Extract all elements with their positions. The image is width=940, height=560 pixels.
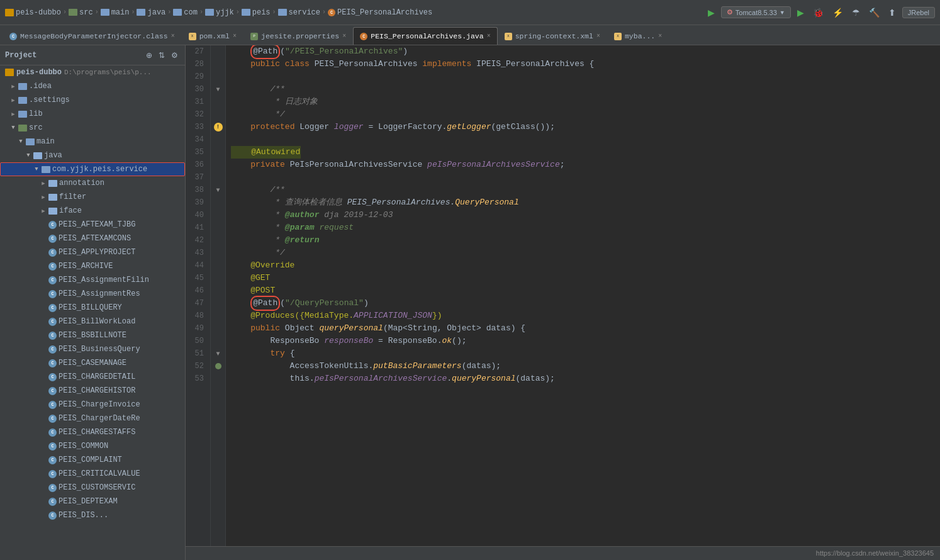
tab-close-1[interactable]: × (233, 33, 237, 40)
tree-item-annotation[interactable]: ▶ annotation (0, 176, 185, 190)
code-line-28: public class PEIS_PersonalArchives imple… (231, 58, 935, 70)
path-annotation-27: @Path (250, 45, 280, 59)
profile-button[interactable]: ⚡ (830, 6, 846, 19)
tree-item-assignmentfilin[interactable]: C PEIS_AssignmentFilin (0, 273, 185, 287)
tree-item-billworkload[interactable]: C PEIS_BillWorkLoad (0, 315, 185, 328)
tab-close-3[interactable]: × (487, 33, 491, 40)
tree-item-main[interactable]: ▼ main (0, 135, 185, 148)
tree-item-aftexamcons[interactable]: C PEIS_AFTEXAMCONS (0, 232, 185, 245)
tab-pomxml[interactable]: X pom.xml × (182, 27, 243, 45)
tab-close-0[interactable]: × (171, 33, 175, 40)
file-tree: ▶ .idea ▶ .settings ▶ lib ▼ src (0, 79, 185, 560)
tab-messageinjector[interactable]: C MessageBodyParameterInjector.class × (3, 27, 182, 45)
folder-iface-icon (48, 208, 57, 215)
line-32: 32 (188, 108, 208, 121)
tree-item-complaint[interactable]: C PEIS_COMPLAINT (0, 453, 185, 467)
tree-item-aftexam-tjbg[interactable]: C PEIS_AFTEXAM_TJBG (0, 218, 185, 232)
settings-icon[interactable]: ⚙ (169, 50, 180, 60)
main-layout: Project ⊕ ⇅ ⚙ peis-dubbo D:\programs\pei… (0, 45, 940, 560)
hint-icon-33[interactable]: ! (214, 123, 223, 132)
tab-close-4[interactable]: × (596, 33, 600, 40)
tree-item-billquery[interactable]: C PEIS_BILLQUERY (0, 301, 185, 315)
tree-item-applyproject[interactable]: C PEIS_APPLYPROJECT (0, 245, 185, 259)
yjjk-folder-icon (205, 9, 214, 16)
tree-item-iface[interactable]: ▶ iface (0, 204, 185, 218)
tree-item-idea[interactable]: ▶ .idea (0, 79, 185, 93)
tree-item-chargehistor[interactable]: C PEIS_CHARGEHISTOR (0, 384, 185, 398)
debug-button[interactable]: 🐞 (810, 6, 826, 19)
tab-icon-java: C (360, 33, 367, 40)
line-44: 44 (188, 259, 208, 272)
tree-item-chargedetail[interactable]: C PEIS_CHARGEDETAIL (0, 370, 185, 384)
gutter-48 (211, 310, 225, 322)
tree-item-src[interactable]: ▼ src (0, 121, 185, 135)
tab-personalarchives[interactable]: C PEIS_PersonalArchives.java × (353, 27, 497, 45)
line-43: 43 (188, 247, 208, 259)
tree-item-casemanage[interactable]: C PEIS_CASEMANAGE (0, 356, 185, 370)
gutter-34 (211, 133, 225, 146)
breadcrumb-project[interactable]: peis-dubbo (5, 8, 61, 17)
tree-item-common[interactable]: C PEIS_COMMON (0, 439, 185, 453)
fold-51-icon[interactable]: ▼ (216, 350, 220, 357)
arrow-idea: ▶ (10, 83, 16, 90)
tree-item-assignmentres[interactable]: C PEIS_AssignmentRes (0, 287, 185, 301)
tree-item-criticalvalue[interactable]: C PEIS_CRITICALVALUE (0, 467, 185, 481)
gutter-50 (211, 335, 225, 347)
tab-icon-class: C (9, 33, 17, 40)
tree-item-businessquery[interactable]: C PEIS_BusinessQuery (0, 342, 185, 356)
java-icon-1: C (48, 235, 57, 243)
java-icon-17: C (48, 456, 57, 464)
run-button[interactable]: ▶ (795, 6, 807, 19)
add-icon[interactable]: ⊕ (144, 50, 154, 60)
line-50: 50 (188, 335, 208, 347)
line-numbers: 27 28 29 30 31 32 33 34 35 36 37 38 39 4… (186, 45, 211, 546)
tree-item-filter[interactable]: ▶ filter (0, 190, 185, 204)
tree-item-chargeinvoice[interactable]: C PEIS_ChargeInvoice (0, 398, 185, 412)
tree-item-archive[interactable]: C PEIS_ARCHIVE (0, 259, 185, 273)
fold-30-icon[interactable]: ▼ (216, 86, 220, 93)
tree-item-chargerdatere[interactable]: C PEIS_ChargerDateRe (0, 412, 185, 425)
tree-item-java[interactable]: ▼ java (0, 148, 185, 162)
run-config-icon[interactable]: ▶ (705, 6, 717, 19)
line-42: 42 (188, 234, 208, 247)
tree-item-chargestaffs[interactable]: C PEIS_CHARGESTAFFS (0, 425, 185, 439)
update-button[interactable]: ⬆ (886, 6, 898, 19)
code-content[interactable]: @Path("/PEIS_PersonalArchives") public c… (226, 45, 940, 546)
jrebel-button[interactable]: JRebel (902, 7, 935, 18)
tab-myba[interactable]: X myba... × (607, 27, 669, 45)
tab-icon-xml2: X (505, 33, 512, 40)
code-line-47: @Path("/QueryPersonal") (231, 297, 935, 310)
tree-item-lib[interactable]: ▶ lib (0, 107, 185, 121)
line-51: 51 (188, 347, 208, 360)
fold-38-icon[interactable]: ▼ (216, 187, 220, 194)
line-35: 35 (188, 146, 208, 159)
tree-item-service-package[interactable]: ▼ com.yjjk.peis.service (0, 162, 185, 176)
tree-item-deptexam[interactable]: C PEIS_DEPTEXAM (0, 495, 185, 508)
tree-item-customservic[interactable]: C PEIS_CUSTOMSERVIC (0, 481, 185, 495)
service-folder-icon (278, 9, 287, 16)
tree-item-dis[interactable]: C PEIS_DIS... (0, 508, 185, 522)
folder-annotation-icon (48, 180, 57, 187)
tomcat-selector[interactable]: ⚙ Tomcat8.5.33 ▼ (721, 6, 791, 18)
tree-item-bsbillnote[interactable]: C PEIS_BSBILLNOTE (0, 328, 185, 342)
gutter-29 (211, 70, 225, 83)
code-line-37 (231, 171, 935, 184)
tab-springcontext[interactable]: X spring-context.xml × (498, 27, 607, 45)
tab-jeesite[interactable]: P jeesite.properties × (243, 27, 353, 45)
layout-icon[interactable]: ⇅ (157, 50, 167, 60)
java-icon-5: C (48, 290, 57, 298)
coverage-button[interactable]: ☂ (849, 6, 863, 19)
tree-item-settings[interactable]: ▶ .settings (0, 93, 185, 107)
gutter-38: ▼ (211, 184, 225, 196)
java-icon-16: C (48, 442, 57, 451)
tab-close-5[interactable]: × (658, 33, 662, 40)
tab-close-2[interactable]: × (342, 33, 346, 40)
java-icon-6: C (48, 304, 57, 312)
code-line-34 (231, 133, 935, 146)
top-toolbar: peis-dubbo › src › main › java › com › y… (0, 0, 940, 25)
gutter-44 (211, 259, 225, 272)
gutter-30[interactable]: ▼ (211, 83, 225, 96)
sidebar-title: Project (5, 51, 36, 60)
toolbar-right: ▶ ⚙ Tomcat8.5.33 ▼ ▶ 🐞 ⚡ ☂ 🔨 ⬆ JRebel (705, 6, 935, 19)
build-button[interactable]: 🔨 (866, 6, 882, 19)
